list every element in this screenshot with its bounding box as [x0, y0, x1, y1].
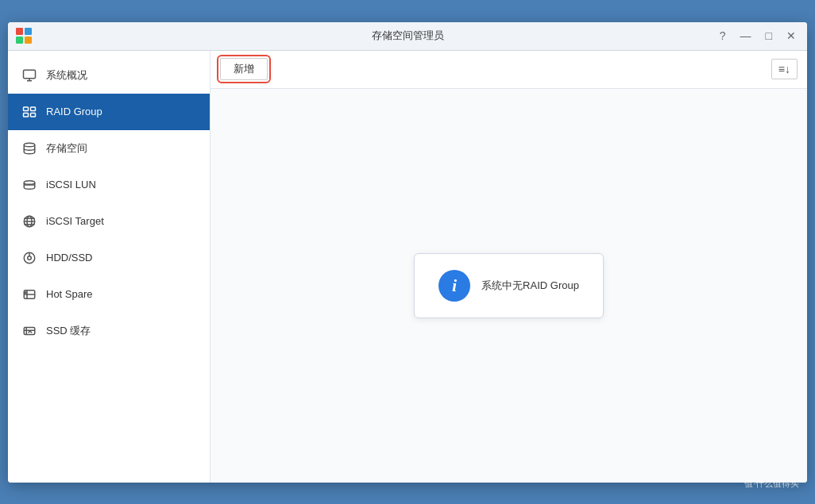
- main-area: 系统概况 RAID Group: [8, 51, 807, 483]
- sidebar-label-hot-spare: Hot Spare: [46, 288, 93, 300]
- sidebar-label-raid-group: RAID Group: [46, 106, 102, 117]
- main-window: 存储空间管理员 ? — □ ✕ 系统概况: [8, 22, 807, 483]
- sidebar-item-hdd-ssd[interactable]: HDD/SSD: [8, 240, 210, 276]
- sidebar-label-storage-space: 存储空间: [46, 141, 87, 156]
- ssdcache-icon: [21, 322, 38, 340]
- toolbar-right: ≡↓: [771, 59, 798, 79]
- close-button[interactable]: ✕: [783, 29, 799, 43]
- add-button[interactable]: 新增: [220, 58, 268, 80]
- minimize-button[interactable]: —: [737, 29, 755, 43]
- sidebar-item-iscsi-target[interactable]: iSCSI Target: [8, 203, 210, 240]
- svg-rect-8: [31, 107, 36, 111]
- storage-icon: [21, 140, 38, 157]
- sidebar-label-ssd-cache: SSD 缓存: [46, 324, 91, 338]
- svg-rect-10: [31, 113, 36, 117]
- sidebar: 系统概况 RAID Group: [8, 51, 211, 483]
- svg-rect-1: [25, 28, 32, 35]
- window-title: 存储空间管理员: [372, 29, 444, 43]
- sidebar-item-iscsi-lun[interactable]: iSCSI LUN: [8, 167, 210, 203]
- empty-message: 系统中无RAID Group: [481, 279, 579, 293]
- hotspare-icon: [21, 286, 38, 303]
- globe-icon: [21, 213, 38, 230]
- svg-point-12: [24, 180, 35, 184]
- svg-rect-3: [25, 37, 32, 44]
- empty-state-bubble: i 系统中无RAID Group: [414, 253, 604, 318]
- sidebar-item-hot-spare[interactable]: Hot Spare: [8, 276, 210, 313]
- toolbar-left: 新增: [220, 58, 268, 80]
- titlebar: 存储空间管理员 ? — □ ✕: [8, 22, 807, 51]
- svg-rect-9: [24, 113, 29, 117]
- svg-rect-2: [16, 37, 23, 44]
- svg-rect-7: [24, 107, 29, 111]
- titlebar-left: [16, 28, 32, 44]
- disk-icon: [21, 249, 38, 267]
- sidebar-item-raid-group[interactable]: RAID Group: [8, 94, 210, 130]
- toolbar: 新增 ≡↓: [211, 51, 807, 89]
- iscsi-lun-icon: [21, 176, 38, 194]
- sidebar-label-hdd-ssd: HDD/SSD: [46, 252, 93, 264]
- sidebar-label-iscsi-target: iSCSI Target: [46, 215, 104, 227]
- content-area: 新增 ≡↓ i 系统中无RAID Group: [211, 51, 807, 483]
- svg-point-11: [24, 143, 35, 147]
- app-icon: [16, 28, 32, 44]
- sidebar-label-system-overview: 系统概况: [46, 68, 87, 83]
- watermark: 值·什么值得买: [744, 478, 799, 490]
- svg-rect-0: [16, 28, 23, 35]
- info-icon: i: [438, 270, 470, 302]
- sidebar-item-ssd-cache[interactable]: SSD 缓存: [8, 313, 210, 349]
- sidebar-item-storage-space[interactable]: 存储空间: [8, 130, 210, 167]
- sidebar-item-system-overview[interactable]: 系统概况: [8, 57, 210, 94]
- help-button[interactable]: ?: [717, 29, 729, 43]
- raid-icon: [21, 103, 38, 121]
- sidebar-label-iscsi-lun: iSCSI LUN: [46, 179, 96, 190]
- svg-point-20: [28, 256, 32, 260]
- maximize-button[interactable]: □: [763, 29, 775, 43]
- monitor-icon: [21, 67, 38, 84]
- svg-point-25: [25, 291, 26, 293]
- titlebar-controls: ? — □ ✕: [717, 29, 799, 43]
- sort-button[interactable]: ≡↓: [771, 59, 798, 79]
- svg-rect-4: [24, 70, 36, 79]
- content-body: i 系统中无RAID Group: [211, 89, 807, 483]
